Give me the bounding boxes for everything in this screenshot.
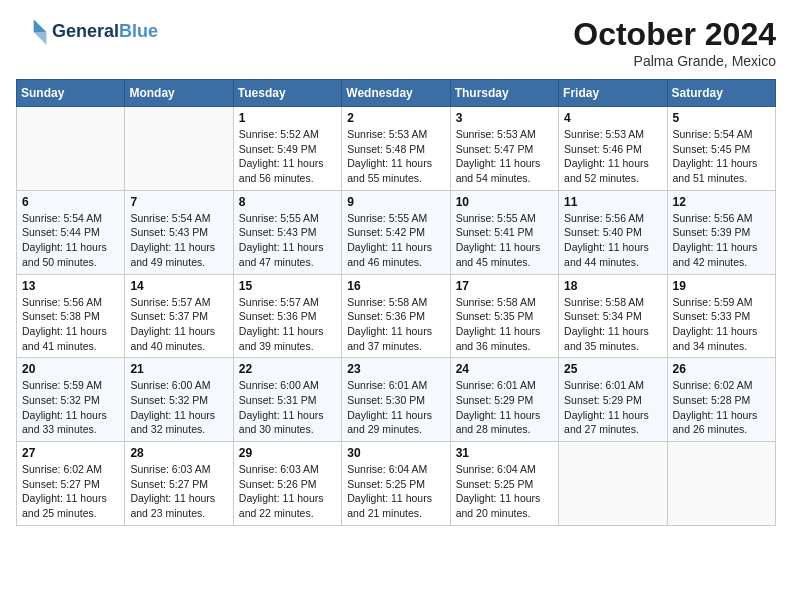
day-cell: 19Sunrise: 5:59 AM Sunset: 5:33 PM Dayli… xyxy=(667,274,775,358)
svg-marker-0 xyxy=(34,19,47,32)
day-number: 5 xyxy=(673,111,770,125)
day-cell: 23Sunrise: 6:01 AM Sunset: 5:30 PM Dayli… xyxy=(342,358,450,442)
day-cell: 31Sunrise: 6:04 AM Sunset: 5:25 PM Dayli… xyxy=(450,442,558,526)
day-cell: 15Sunrise: 5:57 AM Sunset: 5:36 PM Dayli… xyxy=(233,274,341,358)
col-header-wednesday: Wednesday xyxy=(342,80,450,107)
day-cell xyxy=(125,107,233,191)
day-info: Sunrise: 6:04 AM Sunset: 5:25 PM Dayligh… xyxy=(456,462,553,521)
day-cell: 13Sunrise: 5:56 AM Sunset: 5:38 PM Dayli… xyxy=(17,274,125,358)
day-number: 24 xyxy=(456,362,553,376)
day-number: 16 xyxy=(347,279,444,293)
day-cell: 10Sunrise: 5:55 AM Sunset: 5:41 PM Dayli… xyxy=(450,190,558,274)
day-cell: 3Sunrise: 5:53 AM Sunset: 5:47 PM Daylig… xyxy=(450,107,558,191)
day-cell: 25Sunrise: 6:01 AM Sunset: 5:29 PM Dayli… xyxy=(559,358,667,442)
day-number: 26 xyxy=(673,362,770,376)
day-info: Sunrise: 6:01 AM Sunset: 5:29 PM Dayligh… xyxy=(564,378,661,437)
day-info: Sunrise: 6:02 AM Sunset: 5:28 PM Dayligh… xyxy=(673,378,770,437)
week-row-1: 1Sunrise: 5:52 AM Sunset: 5:49 PM Daylig… xyxy=(17,107,776,191)
day-cell: 21Sunrise: 6:00 AM Sunset: 5:32 PM Dayli… xyxy=(125,358,233,442)
day-number: 20 xyxy=(22,362,119,376)
day-info: Sunrise: 6:00 AM Sunset: 5:32 PM Dayligh… xyxy=(130,378,227,437)
day-cell: 16Sunrise: 5:58 AM Sunset: 5:36 PM Dayli… xyxy=(342,274,450,358)
day-cell: 2Sunrise: 5:53 AM Sunset: 5:48 PM Daylig… xyxy=(342,107,450,191)
day-cell: 1Sunrise: 5:52 AM Sunset: 5:49 PM Daylig… xyxy=(233,107,341,191)
week-row-2: 6Sunrise: 5:54 AM Sunset: 5:44 PM Daylig… xyxy=(17,190,776,274)
day-cell: 30Sunrise: 6:04 AM Sunset: 5:25 PM Dayli… xyxy=(342,442,450,526)
day-cell: 27Sunrise: 6:02 AM Sunset: 5:27 PM Dayli… xyxy=(17,442,125,526)
day-number: 23 xyxy=(347,362,444,376)
day-number: 12 xyxy=(673,195,770,209)
day-cell xyxy=(559,442,667,526)
logo: GeneralBlue xyxy=(16,16,158,48)
page-header: GeneralBlue October 2024 Palma Grande, M… xyxy=(16,16,776,69)
header-row: SundayMondayTuesdayWednesdayThursdayFrid… xyxy=(17,80,776,107)
day-number: 8 xyxy=(239,195,336,209)
day-cell: 28Sunrise: 6:03 AM Sunset: 5:27 PM Dayli… xyxy=(125,442,233,526)
day-info: Sunrise: 6:03 AM Sunset: 5:27 PM Dayligh… xyxy=(130,462,227,521)
week-row-5: 27Sunrise: 6:02 AM Sunset: 5:27 PM Dayli… xyxy=(17,442,776,526)
col-header-sunday: Sunday xyxy=(17,80,125,107)
day-info: Sunrise: 5:53 AM Sunset: 5:46 PM Dayligh… xyxy=(564,127,661,186)
day-cell xyxy=(667,442,775,526)
day-number: 7 xyxy=(130,195,227,209)
day-cell xyxy=(17,107,125,191)
day-info: Sunrise: 6:00 AM Sunset: 5:31 PM Dayligh… xyxy=(239,378,336,437)
week-row-3: 13Sunrise: 5:56 AM Sunset: 5:38 PM Dayli… xyxy=(17,274,776,358)
day-number: 17 xyxy=(456,279,553,293)
day-info: Sunrise: 5:56 AM Sunset: 5:40 PM Dayligh… xyxy=(564,211,661,270)
day-cell: 22Sunrise: 6:00 AM Sunset: 5:31 PM Dayli… xyxy=(233,358,341,442)
day-number: 1 xyxy=(239,111,336,125)
day-number: 4 xyxy=(564,111,661,125)
day-info: Sunrise: 5:59 AM Sunset: 5:33 PM Dayligh… xyxy=(673,295,770,354)
day-cell: 18Sunrise: 5:58 AM Sunset: 5:34 PM Dayli… xyxy=(559,274,667,358)
day-cell: 14Sunrise: 5:57 AM Sunset: 5:37 PM Dayli… xyxy=(125,274,233,358)
month-title: October 2024 xyxy=(573,16,776,53)
day-info: Sunrise: 5:54 AM Sunset: 5:43 PM Dayligh… xyxy=(130,211,227,270)
day-cell: 9Sunrise: 5:55 AM Sunset: 5:42 PM Daylig… xyxy=(342,190,450,274)
day-info: Sunrise: 5:53 AM Sunset: 5:47 PM Dayligh… xyxy=(456,127,553,186)
col-header-tuesday: Tuesday xyxy=(233,80,341,107)
day-info: Sunrise: 5:52 AM Sunset: 5:49 PM Dayligh… xyxy=(239,127,336,186)
day-number: 11 xyxy=(564,195,661,209)
day-number: 10 xyxy=(456,195,553,209)
day-cell: 24Sunrise: 6:01 AM Sunset: 5:29 PM Dayli… xyxy=(450,358,558,442)
day-info: Sunrise: 5:58 AM Sunset: 5:34 PM Dayligh… xyxy=(564,295,661,354)
day-info: Sunrise: 5:57 AM Sunset: 5:37 PM Dayligh… xyxy=(130,295,227,354)
day-cell: 4Sunrise: 5:53 AM Sunset: 5:46 PM Daylig… xyxy=(559,107,667,191)
day-cell: 5Sunrise: 5:54 AM Sunset: 5:45 PM Daylig… xyxy=(667,107,775,191)
logo-text: GeneralBlue xyxy=(52,22,158,42)
day-info: Sunrise: 5:57 AM Sunset: 5:36 PM Dayligh… xyxy=(239,295,336,354)
day-cell: 11Sunrise: 5:56 AM Sunset: 5:40 PM Dayli… xyxy=(559,190,667,274)
day-info: Sunrise: 5:58 AM Sunset: 5:35 PM Dayligh… xyxy=(456,295,553,354)
day-number: 6 xyxy=(22,195,119,209)
day-info: Sunrise: 5:54 AM Sunset: 5:45 PM Dayligh… xyxy=(673,127,770,186)
day-info: Sunrise: 6:01 AM Sunset: 5:30 PM Dayligh… xyxy=(347,378,444,437)
col-header-friday: Friday xyxy=(559,80,667,107)
week-row-4: 20Sunrise: 5:59 AM Sunset: 5:32 PM Dayli… xyxy=(17,358,776,442)
day-info: Sunrise: 5:58 AM Sunset: 5:36 PM Dayligh… xyxy=(347,295,444,354)
day-number: 29 xyxy=(239,446,336,460)
day-cell: 26Sunrise: 6:02 AM Sunset: 5:28 PM Dayli… xyxy=(667,358,775,442)
col-header-monday: Monday xyxy=(125,80,233,107)
day-info: Sunrise: 5:54 AM Sunset: 5:44 PM Dayligh… xyxy=(22,211,119,270)
day-number: 27 xyxy=(22,446,119,460)
day-number: 30 xyxy=(347,446,444,460)
title-block: October 2024 Palma Grande, Mexico xyxy=(573,16,776,69)
day-number: 19 xyxy=(673,279,770,293)
day-info: Sunrise: 5:56 AM Sunset: 5:38 PM Dayligh… xyxy=(22,295,119,354)
day-info: Sunrise: 6:01 AM Sunset: 5:29 PM Dayligh… xyxy=(456,378,553,437)
day-number: 15 xyxy=(239,279,336,293)
day-info: Sunrise: 6:02 AM Sunset: 5:27 PM Dayligh… xyxy=(22,462,119,521)
day-number: 28 xyxy=(130,446,227,460)
day-cell: 8Sunrise: 5:55 AM Sunset: 5:43 PM Daylig… xyxy=(233,190,341,274)
day-number: 9 xyxy=(347,195,444,209)
day-info: Sunrise: 5:55 AM Sunset: 5:43 PM Dayligh… xyxy=(239,211,336,270)
day-number: 18 xyxy=(564,279,661,293)
day-cell: 20Sunrise: 5:59 AM Sunset: 5:32 PM Dayli… xyxy=(17,358,125,442)
day-info: Sunrise: 6:03 AM Sunset: 5:26 PM Dayligh… xyxy=(239,462,336,521)
day-cell: 29Sunrise: 6:03 AM Sunset: 5:26 PM Dayli… xyxy=(233,442,341,526)
day-info: Sunrise: 5:53 AM Sunset: 5:48 PM Dayligh… xyxy=(347,127,444,186)
day-number: 3 xyxy=(456,111,553,125)
location: Palma Grande, Mexico xyxy=(573,53,776,69)
day-info: Sunrise: 6:04 AM Sunset: 5:25 PM Dayligh… xyxy=(347,462,444,521)
